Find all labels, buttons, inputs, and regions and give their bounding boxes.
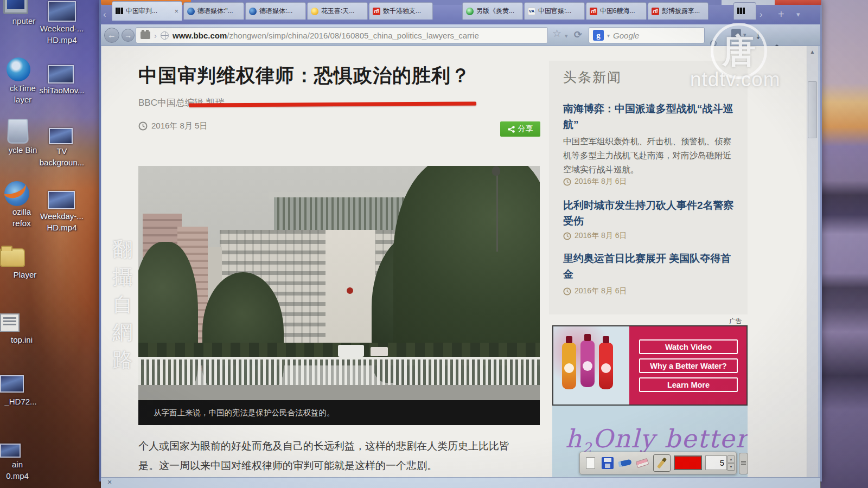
url-path: /zhongwen/simp/china/2016/08/160805_chin…: [227, 31, 478, 40]
clock-icon: [563, 178, 571, 186]
forward-button[interactable]: →: [122, 29, 135, 42]
video-file-icon[interactable]: [0, 444, 21, 458]
url-host: www.bbc.com: [173, 31, 227, 40]
url-bar[interactable]: › www.bbc.com/zhongwen/simp/china/2016/0…: [136, 27, 548, 43]
bookmark-dropdown-icon[interactable]: ▾: [565, 33, 568, 40]
desktop-icon-label[interactable]: Weekend-...: [29, 24, 94, 33]
save-icon[interactable]: [600, 455, 615, 471]
quicktime-icon[interactable]: [7, 57, 30, 81]
site-identity-icon[interactable]: [141, 31, 150, 39]
green-site-icon: [466, 8, 474, 15]
video-file-icon[interactable]: [48, 191, 75, 209]
folder-icon[interactable]: [0, 248, 25, 267]
headline-link[interactable]: 里约奥运首日比赛展开 美国队夺得首金: [563, 251, 735, 282]
size-spinner-buttons[interactable]: ▲▼: [727, 455, 735, 470]
video-file-icon[interactable]: [48, 1, 76, 22]
tab-hk[interactable]: rfi 数千港独支...: [369, 2, 433, 20]
ad-bottle: [580, 341, 595, 387]
tab-label: 彭博披露李...: [662, 7, 700, 16]
video-file-icon[interactable]: [48, 65, 74, 84]
desktop-icon-label[interactable]: TV: [29, 146, 94, 156]
reload-icon[interactable]: ⟳: [574, 29, 582, 41]
google-icon: g: [593, 30, 604, 41]
list-all-tabs-button[interactable]: ▾: [796, 11, 800, 18]
ad-bottles-panel: [553, 326, 629, 404]
photo-lamp-pole: [496, 169, 498, 252]
new-tab-button[interactable]: +: [778, 9, 784, 20]
tab-dw-2[interactable]: 德语媒体:...: [245, 2, 306, 20]
brush-tool-icon[interactable]: [653, 454, 671, 472]
headline-date-row: 2016年 8月 6日: [563, 177, 627, 187]
bookmark-star-icon[interactable]: ☆: [552, 29, 561, 38]
desktop-icon-label[interactable]: _HD72...: [0, 397, 53, 406]
rfi-icon: rfi: [590, 8, 597, 15]
share-label: 分享: [518, 124, 533, 134]
ad-bottle: [599, 343, 613, 389]
firefox-icon[interactable]: [4, 181, 29, 206]
desktop-icon-label[interactable]: layer: [0, 95, 55, 104]
search-box[interactable]: g ▾ Google: [589, 27, 705, 43]
screen: nputer ckTime layer ycle Bin ozilla refo…: [0, 0, 868, 488]
scrollbar-up-arrow[interactable]: ▲: [808, 48, 817, 56]
desktop-icon-label[interactable]: top.ini: [0, 335, 54, 344]
photo-caption: 从字面上来说，中国的宪法是保护公民合法权益的。: [138, 400, 540, 425]
ad-label: 广告: [729, 317, 742, 326]
headline-link[interactable]: 南海博弈：中国派遣多型战机“战斗巡航”: [563, 101, 735, 132]
clock-icon: [563, 232, 571, 240]
desktop-icon-label[interactable]: ain: [0, 460, 50, 469]
share-button[interactable]: 分享: [500, 121, 540, 137]
tab-label: 德语媒体:"...: [197, 7, 233, 16]
findbar-close-icon[interactable]: ×: [107, 478, 112, 486]
article-body-line: 是。这一周以来中国对维权律师的审判可能就是这样的一个悲剧。: [138, 457, 437, 475]
ad-learn-more-button[interactable]: Learn More: [639, 377, 738, 392]
desktop-icon-label[interactable]: HD.mp4: [29, 35, 94, 44]
headline-date: 2016年 8月 6日: [575, 231, 627, 241]
tab-dw-1[interactable]: 德语媒体:"...: [183, 2, 244, 20]
voa-icon: VA: [528, 8, 535, 15]
scroll-tabs-right-button[interactable]: ›: [760, 10, 763, 19]
close-tab-icon[interactable]: ×: [174, 7, 178, 15]
desktop-wallpaper-right: [821, 0, 868, 488]
tab-partial[interactable]: [733, 2, 756, 20]
ini-file-icon[interactable]: [0, 313, 20, 332]
tab-blog[interactable]: 花玉喜:天...: [307, 2, 368, 20]
tab-rfi-2[interactable]: rfi 彭博披露李...: [648, 2, 709, 20]
tab-bbc-article[interactable]: 中国审判... ×: [112, 1, 182, 21]
toolbar-slider[interactable]: [739, 453, 748, 474]
size-spinner-value[interactable]: 5: [705, 455, 727, 470]
eraser-tool-icon[interactable]: [635, 455, 650, 471]
desktop-icon-label[interactable]: 0.mp4: [0, 471, 50, 480]
headline-link[interactable]: 比利时城市发生持刀砍人事件2名警察受伤: [563, 197, 735, 229]
tab-rfi-1[interactable]: rfi 中国6艘海...: [586, 2, 647, 20]
headline-date-row: 2016年 8月 6日: [563, 231, 627, 241]
desktop-icon-label[interactable]: shiTaoMov...: [29, 86, 94, 95]
tab-voa[interactable]: VA 中国官媒:...: [524, 2, 585, 20]
photo-vehicle: [338, 345, 364, 357]
ad-watch-video-button[interactable]: Watch Video: [639, 339, 738, 354]
clock-icon: [563, 287, 571, 296]
dw-icon: [187, 8, 195, 15]
ad-why-button[interactable]: Why a Better Water?: [639, 358, 738, 373]
tab-yanhuang[interactable]: 另版《炎黄...: [462, 2, 523, 20]
recycle-bin-icon[interactable]: [7, 119, 29, 144]
desktop-icon-label[interactable]: backgroun...: [29, 158, 94, 167]
color-swatch-red[interactable]: [674, 455, 702, 470]
video-file-icon[interactable]: [49, 128, 73, 144]
window-close-button[interactable]: [775, 0, 821, 5]
rfi-icon: rfi: [652, 8, 659, 15]
ad-bottle: [562, 343, 576, 389]
video-file-icon[interactable]: [0, 375, 24, 393]
desktop-icon-label[interactable]: Player: [0, 270, 58, 279]
headline-date-row: 2016年 8月 6日: [563, 286, 627, 296]
search-engine-dropdown-icon[interactable]: ▾: [607, 33, 610, 38]
marker-tool-icon[interactable]: [617, 455, 633, 471]
desktop-icon-label[interactable]: Weekday-...: [29, 211, 94, 221]
ad-banner[interactable]: Watch Video Why a Better Water? Learn Mo…: [552, 325, 748, 406]
desktop-icon-label[interactable]: HD.mp4: [29, 223, 94, 232]
computer-icon[interactable]: [3, 0, 28, 14]
article-title: 中国审判维权律师：恐惧政治的胜利？: [138, 63, 551, 88]
back-button[interactable]: ←: [104, 28, 119, 43]
new-page-icon[interactable]: [583, 455, 598, 471]
scroll-tabs-left-button[interactable]: ‹: [103, 10, 106, 19]
share-icon: [508, 126, 515, 133]
